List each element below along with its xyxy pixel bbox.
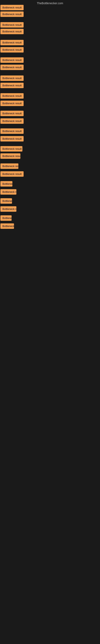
bottleneck-result-button-15[interactable]: Bottleneck result <box>0 128 24 134</box>
bottleneck-result-button-10[interactable]: Bottleneck result <box>0 83 24 88</box>
bottleneck-result-button-16[interactable]: Bottleneck result <box>0 136 24 142</box>
bottleneck-result-button-8[interactable]: Bottleneck result <box>0 64 24 70</box>
bottleneck-result-button-2[interactable]: Bottleneck result <box>0 12 24 17</box>
bottleneck-result-button-11[interactable]: Bottleneck result <box>0 93 24 98</box>
bottleneck-result-button-13[interactable]: Bottleneck result <box>0 111 24 116</box>
bottleneck-result-button-17[interactable]: Bottleneck result <box>0 146 22 152</box>
bottleneck-result-button-1[interactable]: Bottleneck result <box>0 5 24 10</box>
bottleneck-result-button-19[interactable]: Bottleneck result <box>0 164 18 169</box>
bottleneck-result-button-4[interactable]: Bottleneck result <box>0 29 24 34</box>
bottleneck-result-button-5[interactable]: Bottleneck result <box>0 40 24 45</box>
bottleneck-result-button-12[interactable]: Bottleneck result <box>0 100 24 106</box>
bottleneck-result-button-20[interactable]: Bottleneck result <box>0 171 24 177</box>
bottleneck-result-button-14[interactable]: Bottleneck result <box>0 118 24 124</box>
bottleneck-result-button-21[interactable]: Bottleneck result <box>0 181 12 186</box>
bottleneck-result-button-22[interactable]: Bottleneck result <box>0 189 16 194</box>
bottleneck-result-button-6[interactable]: Bottleneck result <box>0 47 24 52</box>
bottleneck-result-button-9[interactable]: Bottleneck result <box>0 76 24 81</box>
bottleneck-result-button-3[interactable]: Bottleneck result <box>0 22 24 28</box>
bottleneck-result-button-26[interactable]: Bottleneck result <box>0 224 14 229</box>
bottleneck-result-button-7[interactable]: Bottleneck result <box>0 57 24 63</box>
bottleneck-result-button-24[interactable]: Bottleneck result <box>0 206 16 212</box>
bottleneck-result-button-18[interactable]: Bottleneck result <box>0 153 20 159</box>
bottleneck-result-button-23[interactable]: Bottleneck result <box>0 198 12 204</box>
bottleneck-result-button-25[interactable]: Bottleneck result <box>0 215 12 221</box>
